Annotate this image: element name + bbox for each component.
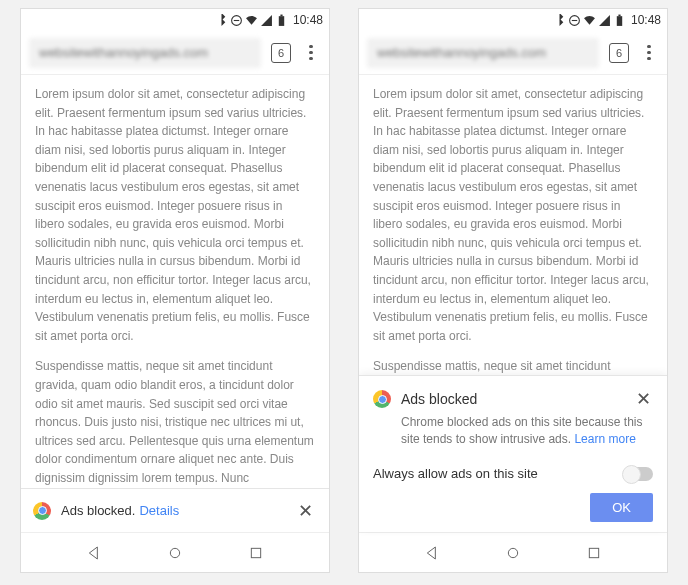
android-navbar: [21, 532, 329, 572]
allow-ads-row: Always allow ads on this site: [373, 458, 653, 493]
svg-point-4: [170, 548, 179, 557]
phone-expanded: 10:48 websitewithannoyingads.com 6 Lorem…: [358, 8, 668, 573]
cell-icon: [598, 14, 611, 27]
status-bar: 10:48: [359, 9, 667, 31]
svg-rect-9: [618, 14, 620, 16]
svg-rect-11: [589, 548, 598, 557]
snackbar-title: Ads blocked.: [61, 503, 135, 518]
status-bar: 10:48: [21, 9, 329, 31]
ads-blocked-snackbar: Ads blocked. Details ✕: [21, 488, 329, 532]
browser-toolbar: websitewithannoyingads.com 6: [359, 31, 667, 75]
allow-ads-label: Always allow ads on this site: [373, 466, 538, 481]
wifi-icon: [245, 14, 258, 27]
allow-ads-toggle[interactable]: [623, 467, 653, 481]
page-content: Lorem ipsum dolor sit amet, consectetur …: [21, 75, 329, 532]
battery-icon: [613, 14, 626, 27]
learn-more-link[interactable]: Learn more: [574, 432, 635, 446]
svg-rect-2: [279, 16, 284, 26]
close-icon[interactable]: ✕: [634, 388, 653, 410]
phone-collapsed: 10:48 websitewithannoyingads.com 6 Lorem…: [20, 8, 330, 573]
android-navbar: [359, 532, 667, 572]
sheet-header: Ads blocked ✕: [373, 388, 653, 410]
clock: 10:48: [293, 13, 323, 27]
tab-switcher[interactable]: 6: [271, 43, 291, 63]
back-button[interactable]: [86, 545, 102, 561]
paragraph: Lorem ipsum dolor sit amet, consectetur …: [373, 85, 653, 345]
menu-button[interactable]: [639, 45, 659, 61]
ads-blocked-sheet: Ads blocked ✕ Chrome blocked ads on this…: [359, 375, 667, 532]
clock: 10:48: [631, 13, 661, 27]
chrome-icon: [33, 502, 51, 520]
sheet-title: Ads blocked: [401, 391, 477, 407]
dnd-icon: [230, 14, 243, 27]
back-button[interactable]: [424, 545, 440, 561]
recents-button[interactable]: [586, 545, 602, 561]
sheet-actions: OK: [373, 493, 653, 522]
dnd-icon: [568, 14, 581, 27]
chrome-icon: [373, 390, 391, 408]
browser-toolbar: websitewithannoyingads.com 6: [21, 31, 329, 75]
url-bar[interactable]: websitewithannoyingads.com: [367, 38, 599, 68]
cell-icon: [260, 14, 273, 27]
svg-point-10: [508, 548, 517, 557]
tab-switcher[interactable]: 6: [609, 43, 629, 63]
bluetooth-icon: [553, 14, 566, 27]
paragraph: Lorem ipsum dolor sit amet, consectetur …: [35, 85, 315, 345]
bluetooth-icon: [215, 14, 228, 27]
wifi-icon: [583, 14, 596, 27]
snackbar-details-link[interactable]: Details: [139, 503, 179, 518]
menu-button[interactable]: [301, 45, 321, 61]
svg-rect-8: [617, 16, 622, 26]
svg-rect-5: [251, 548, 260, 557]
svg-rect-3: [280, 14, 282, 16]
home-button[interactable]: [505, 545, 521, 561]
ok-button[interactable]: OK: [590, 493, 653, 522]
recents-button[interactable]: [248, 545, 264, 561]
sheet-body: Chrome blocked ads on this site because …: [401, 414, 653, 448]
battery-icon: [275, 14, 288, 27]
close-icon[interactable]: ✕: [294, 496, 317, 526]
url-bar[interactable]: websitewithannoyingads.com: [29, 38, 261, 68]
home-button[interactable]: [167, 545, 183, 561]
